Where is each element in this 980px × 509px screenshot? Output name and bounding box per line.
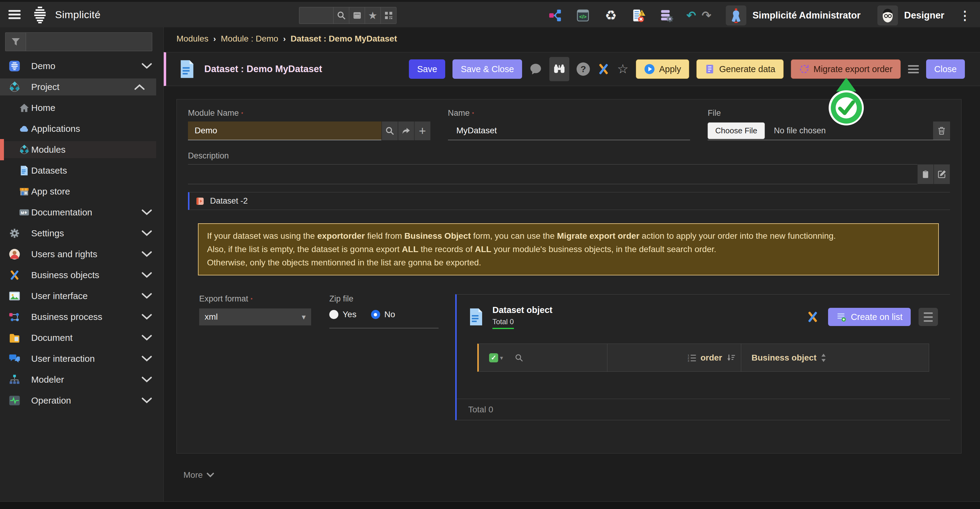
add-reference-icon[interactable]: +	[414, 121, 430, 140]
migrate-export-order-button[interactable]: Migrate export order	[791, 59, 901, 79]
column-order[interactable]: order	[700, 353, 722, 363]
sidebar-item-user-interface[interactable]: User interface	[0, 287, 164, 305]
sidebar-item-settings[interactable]: Settings	[0, 225, 164, 242]
trash-icon[interactable]	[933, 121, 950, 140]
radio-icon[interactable]	[329, 310, 338, 319]
chevron-up-icon[interactable]	[134, 84, 145, 90]
panel-menu-icon[interactable]	[919, 308, 938, 326]
comment-icon[interactable]	[529, 63, 542, 75]
radio-label: Yes	[343, 310, 356, 319]
recycle-icon[interactable]: ♻	[603, 8, 618, 23]
sort-descending-icon[interactable]	[726, 353, 736, 363]
play-icon	[644, 64, 655, 75]
hamburger-menu-icon[interactable]	[8, 8, 21, 21]
sidebar-item-business-objects[interactable]: Business objects	[0, 266, 164, 284]
zip-file-radio-yes[interactable]: Yes	[329, 310, 356, 319]
sort-arrows-icon[interactable]	[820, 353, 827, 362]
radio-icon[interactable]	[371, 310, 380, 319]
sidebar-item-user-interaction[interactable]: User interaction	[0, 350, 164, 367]
favorite-star-icon[interactable]: ☆	[617, 63, 628, 75]
form-header: Dataset : Demo MyDataset Save Save & Clo…	[164, 52, 980, 86]
crossed-tools-icon[interactable]	[597, 63, 610, 75]
description-input[interactable]	[188, 164, 917, 184]
svg-text:3: 3	[687, 359, 689, 362]
more-toggle[interactable]: More	[183, 470, 214, 480]
edit-icon[interactable]	[934, 164, 950, 184]
chevron-down-icon[interactable]	[142, 63, 152, 69]
chevron-down-icon[interactable]	[142, 293, 152, 299]
close-button[interactable]: Close	[926, 59, 965, 79]
column-business-object[interactable]: Business object	[751, 353, 816, 363]
log-errors-icon[interactable]	[632, 8, 646, 23]
help-icon[interactable]: ?	[577, 62, 590, 76]
grid-icon[interactable]	[380, 7, 396, 24]
crossed-tools-icon[interactable]	[806, 311, 819, 323]
sidebar-item-app-store[interactable]: App store	[0, 183, 164, 200]
undo-icon[interactable]: ↶	[684, 8, 698, 23]
database-gear-icon[interactable]	[659, 8, 674, 23]
form-menu-icon[interactable]	[908, 63, 919, 75]
choose-file-button[interactable]: Choose File	[708, 123, 765, 139]
table-search-icon[interactable]	[514, 353, 523, 362]
doc-icon	[19, 166, 29, 176]
global-search-input[interactable]	[299, 7, 333, 24]
chevron-down-icon[interactable]	[142, 272, 152, 278]
binoculars-icon[interactable]	[549, 57, 569, 81]
chevron-down-icon[interactable]	[142, 251, 152, 257]
sidebar-item-users-and-rights[interactable]: Users and rights	[0, 246, 164, 263]
zip-file-radio-no[interactable]: No	[371, 310, 395, 319]
sidebar-item-documentation[interactable]: MDocumentation	[0, 204, 164, 221]
sidebar-item-document[interactable]: Document	[0, 329, 164, 346]
window-icon[interactable]	[349, 7, 365, 24]
sidebar-item-applications[interactable]: Applications	[0, 120, 164, 137]
sidebar-filter-input[interactable]	[26, 33, 152, 51]
sidebar-item-label: Document	[31, 333, 73, 343]
breadcrumb-link[interactable]: Module : Demo	[221, 34, 278, 44]
chevron-down-icon[interactable]	[142, 314, 152, 320]
apply-button[interactable]: Apply	[636, 59, 689, 79]
sidebar-menu: DemoProjectHomeApplicationsModulesDatase…	[0, 57, 164, 413]
sidebar-item-modules[interactable]: Modules	[0, 141, 156, 158]
code-editor-icon[interactable]: </>	[576, 8, 590, 23]
sidebar-item-demo[interactable]: Demo	[0, 57, 164, 75]
chevron-down-icon[interactable]	[142, 356, 152, 362]
chevron-down-icon[interactable]	[142, 376, 152, 383]
chevron-down-icon[interactable]	[142, 335, 152, 341]
sidebar-item-label: Operation	[31, 396, 71, 406]
star-icon[interactable]: ★	[365, 7, 380, 24]
chevron-down-icon[interactable]	[142, 230, 152, 237]
chevron-down-icon[interactable]	[142, 209, 152, 216]
simplicite-logo-icon	[32, 6, 48, 23]
sidebar-item-operation[interactable]: Operation	[0, 392, 164, 409]
dataset-section-header[interactable]: Dataset -2	[188, 192, 950, 210]
save-and-close-button[interactable]: Save & Close	[452, 59, 522, 79]
sidebar-item-modeler[interactable]: Modeler	[0, 371, 164, 388]
role-name[interactable]: Designer	[904, 10, 944, 21]
search-icon[interactable]	[333, 7, 349, 24]
sidebar-item-business-process[interactable]: Business process	[0, 308, 164, 326]
lookup-search-icon[interactable]	[381, 121, 398, 140]
checkbox-caret-icon[interactable]: ▾	[500, 354, 503, 361]
zip-file-label: Zip file	[329, 294, 353, 303]
migrate-refresh-icon	[799, 64, 809, 74]
clipboard-icon[interactable]	[917, 164, 934, 184]
breadcrumb-link[interactable]: Modules	[177, 34, 208, 44]
module-name-input[interactable]	[188, 121, 381, 140]
user-avatar[interactable]	[726, 5, 746, 26]
create-on-list-button[interactable]: Create on list	[828, 308, 911, 326]
name-input[interactable]	[448, 121, 690, 140]
sidebar-item-project[interactable]: Project	[0, 78, 156, 96]
open-reference-icon[interactable]	[398, 121, 414, 140]
kebab-menu-icon[interactable]: ⋮	[959, 8, 971, 22]
designer-avatar[interactable]	[877, 5, 898, 26]
save-button[interactable]: Save	[409, 59, 445, 79]
sidebar-item-datasets[interactable]: Datasets	[0, 162, 164, 179]
sidebar-item-home[interactable]: Home	[0, 99, 164, 116]
chevron-down-icon[interactable]	[142, 397, 152, 404]
redo-icon[interactable]: ↷	[699, 8, 714, 23]
generate-data-button[interactable]: Generate data	[697, 59, 783, 79]
name-field: Name*	[448, 109, 690, 140]
share-icon[interactable]	[548, 8, 562, 23]
select-all-checkbox[interactable]: ✓	[489, 353, 498, 362]
export-format-select[interactable]: xml ▾	[199, 308, 311, 326]
